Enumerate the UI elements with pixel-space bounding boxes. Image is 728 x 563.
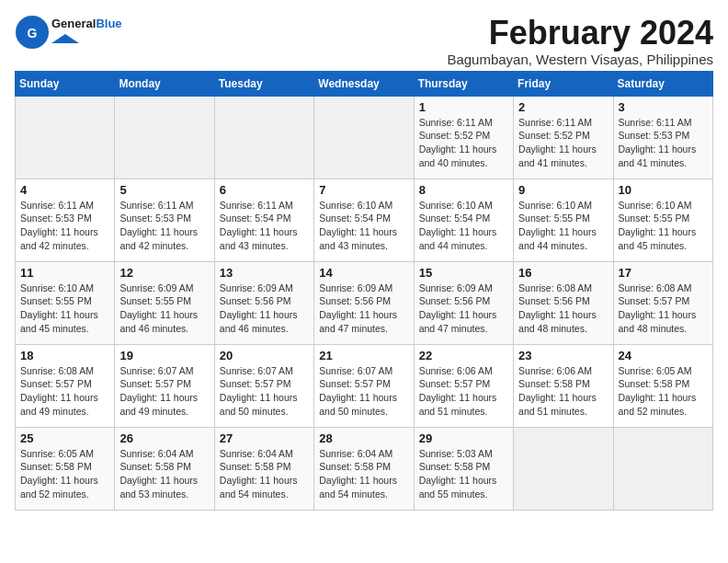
calendar-day-cell: 13Sunrise: 6:09 AMSunset: 5:56 PMDayligh… bbox=[214, 261, 313, 344]
day-info: Sunrise: 6:11 AMSunset: 5:53 PMDaylight:… bbox=[119, 199, 209, 253]
day-info: Sunrise: 6:10 AMSunset: 5:54 PMDaylight:… bbox=[319, 199, 408, 253]
calendar-day-cell: 9Sunrise: 6:10 AMSunset: 5:55 PMDaylight… bbox=[514, 178, 613, 261]
day-info: Sunrise: 6:04 AMSunset: 5:58 PMDaylight:… bbox=[119, 447, 209, 501]
calendar-day-cell bbox=[514, 427, 613, 510]
day-info: Sunrise: 6:04 AMSunset: 5:58 PMDaylight:… bbox=[220, 447, 309, 501]
calendar-day-cell: 24Sunrise: 6:05 AMSunset: 5:58 PMDayligh… bbox=[613, 344, 712, 427]
day-info: Sunrise: 6:05 AMSunset: 5:58 PMDaylight:… bbox=[619, 364, 708, 419]
calendar-day-cell: 25Sunrise: 6:05 AMSunset: 5:58 PMDayligh… bbox=[16, 427, 115, 510]
day-info: Sunrise: 6:09 AMSunset: 5:55 PMDaylight:… bbox=[119, 282, 209, 336]
day-number: 28 bbox=[319, 431, 408, 445]
calendar-day-cell: 17Sunrise: 6:08 AMSunset: 5:57 PMDayligh… bbox=[613, 261, 712, 344]
weekday-header: Monday bbox=[115, 71, 214, 96]
calendar-day-cell: 28Sunrise: 6:04 AMSunset: 5:58 PMDayligh… bbox=[314, 427, 414, 510]
location-title: Bagumbayan, Western Visayas, Philippines bbox=[447, 52, 713, 67]
day-number: 10 bbox=[619, 183, 708, 197]
calendar-day-cell: 10Sunrise: 6:10 AMSunset: 5:55 PMDayligh… bbox=[613, 178, 712, 261]
day-info: Sunrise: 6:07 AMSunset: 5:57 PMDaylight:… bbox=[319, 364, 408, 419]
svg-text:G: G bbox=[28, 26, 38, 40]
day-info: Sunrise: 6:09 AMSunset: 5:56 PMDaylight:… bbox=[220, 282, 309, 336]
calendar-day-cell bbox=[613, 427, 712, 510]
day-number: 15 bbox=[419, 266, 508, 280]
calendar-day-cell: 27Sunrise: 6:04 AMSunset: 5:58 PMDayligh… bbox=[214, 427, 313, 510]
calendar-week-row: 18Sunrise: 6:08 AMSunset: 5:57 PMDayligh… bbox=[16, 344, 713, 427]
day-number: 27 bbox=[220, 431, 309, 445]
calendar-day-cell: 2Sunrise: 6:11 AMSunset: 5:52 PMDaylight… bbox=[514, 96, 613, 178]
day-number: 11 bbox=[20, 266, 109, 280]
calendar-day-cell bbox=[214, 96, 313, 178]
weekday-header: Thursday bbox=[414, 71, 513, 96]
calendar-day-cell bbox=[115, 96, 214, 178]
logo-general: General bbox=[51, 17, 96, 30]
day-number: 19 bbox=[119, 349, 209, 362]
weekday-header: Sunday bbox=[16, 71, 115, 96]
day-info: Sunrise: 6:10 AMSunset: 5:55 PMDaylight:… bbox=[518, 199, 608, 253]
calendar-day-cell: 1Sunrise: 6:11 AMSunset: 5:52 PMDaylight… bbox=[414, 96, 513, 178]
day-info: Sunrise: 6:11 AMSunset: 5:54 PMDaylight:… bbox=[220, 199, 309, 253]
day-number: 6 bbox=[220, 183, 309, 197]
calendar-table: SundayMondayTuesdayWednesdayThursdayFrid… bbox=[15, 71, 713, 511]
day-info: Sunrise: 6:07 AMSunset: 5:57 PMDaylight:… bbox=[220, 364, 309, 419]
day-number: 20 bbox=[220, 349, 309, 362]
calendar-day-cell: 18Sunrise: 6:08 AMSunset: 5:57 PMDayligh… bbox=[16, 344, 115, 427]
calendar-day-cell bbox=[16, 96, 115, 178]
month-title: February 2024 bbox=[447, 15, 713, 52]
day-info: Sunrise: 6:06 AMSunset: 5:58 PMDaylight:… bbox=[518, 364, 608, 419]
day-number: 7 bbox=[319, 183, 408, 197]
weekday-header: Tuesday bbox=[214, 71, 313, 96]
day-info: Sunrise: 6:09 AMSunset: 5:56 PMDaylight:… bbox=[319, 282, 408, 336]
day-info: Sunrise: 6:07 AMSunset: 5:57 PMDaylight:… bbox=[119, 364, 209, 419]
day-number: 3 bbox=[619, 100, 708, 114]
day-number: 17 bbox=[619, 266, 708, 280]
day-info: Sunrise: 6:10 AMSunset: 5:55 PMDaylight:… bbox=[619, 199, 708, 253]
logo-arrow-icon bbox=[51, 34, 79, 43]
day-number: 22 bbox=[419, 349, 508, 362]
day-info: Sunrise: 5:03 AMSunset: 5:58 PMDaylight:… bbox=[419, 447, 508, 501]
calendar-day-cell bbox=[314, 96, 414, 178]
day-info: Sunrise: 6:11 AMSunset: 5:53 PMDaylight:… bbox=[619, 116, 708, 170]
calendar-day-cell: 8Sunrise: 6:10 AMSunset: 5:54 PMDaylight… bbox=[414, 178, 513, 261]
day-number: 25 bbox=[20, 431, 109, 445]
day-number: 4 bbox=[20, 183, 109, 197]
calendar-day-cell: 21Sunrise: 6:07 AMSunset: 5:57 PMDayligh… bbox=[314, 344, 414, 427]
calendar-week-row: 4Sunrise: 6:11 AMSunset: 5:53 PMDaylight… bbox=[16, 178, 713, 261]
day-info: Sunrise: 6:10 AMSunset: 5:55 PMDaylight:… bbox=[20, 282, 109, 336]
calendar-day-cell: 6Sunrise: 6:11 AMSunset: 5:54 PMDaylight… bbox=[214, 178, 313, 261]
day-info: Sunrise: 6:11 AMSunset: 5:52 PMDaylight:… bbox=[419, 116, 508, 170]
day-number: 5 bbox=[119, 183, 209, 197]
day-info: Sunrise: 6:04 AMSunset: 5:58 PMDaylight:… bbox=[319, 447, 408, 501]
day-number: 21 bbox=[319, 349, 408, 362]
day-number: 26 bbox=[119, 431, 209, 445]
calendar-body: 1Sunrise: 6:11 AMSunset: 5:52 PMDaylight… bbox=[16, 96, 713, 510]
day-number: 23 bbox=[518, 349, 608, 362]
day-number: 1 bbox=[419, 100, 508, 114]
calendar-day-cell: 11Sunrise: 6:10 AMSunset: 5:55 PMDayligh… bbox=[16, 261, 115, 344]
calendar-day-cell: 26Sunrise: 6:04 AMSunset: 5:58 PMDayligh… bbox=[115, 427, 214, 510]
day-number: 9 bbox=[518, 183, 608, 197]
weekday-header: Wednesday bbox=[314, 71, 414, 96]
day-info: Sunrise: 6:08 AMSunset: 5:56 PMDaylight:… bbox=[518, 282, 608, 336]
day-number: 8 bbox=[419, 183, 508, 197]
calendar-day-cell: 12Sunrise: 6:09 AMSunset: 5:55 PMDayligh… bbox=[115, 261, 214, 344]
day-info: Sunrise: 6:05 AMSunset: 5:58 PMDaylight:… bbox=[20, 447, 109, 501]
day-number: 18 bbox=[20, 349, 109, 362]
day-number: 16 bbox=[518, 266, 608, 280]
calendar-day-cell: 19Sunrise: 6:07 AMSunset: 5:57 PMDayligh… bbox=[115, 344, 214, 427]
day-info: Sunrise: 6:11 AMSunset: 5:52 PMDaylight:… bbox=[518, 116, 608, 170]
day-info: Sunrise: 6:10 AMSunset: 5:54 PMDaylight:… bbox=[419, 199, 508, 253]
logo: G GeneralBlue bbox=[15, 15, 122, 50]
calendar-header: SundayMondayTuesdayWednesdayThursdayFrid… bbox=[16, 71, 713, 96]
calendar-day-cell: 7Sunrise: 6:10 AMSunset: 5:54 PMDaylight… bbox=[314, 178, 414, 261]
calendar-day-cell: 14Sunrise: 6:09 AMSunset: 5:56 PMDayligh… bbox=[314, 261, 414, 344]
day-info: Sunrise: 6:11 AMSunset: 5:53 PMDaylight:… bbox=[20, 199, 109, 253]
day-number: 12 bbox=[119, 266, 209, 280]
logo-blue: Blue bbox=[96, 17, 121, 30]
day-number: 29 bbox=[419, 431, 508, 445]
svg-marker-2 bbox=[51, 34, 79, 43]
day-info: Sunrise: 6:09 AMSunset: 5:56 PMDaylight:… bbox=[419, 282, 508, 336]
calendar-day-cell: 4Sunrise: 6:11 AMSunset: 5:53 PMDaylight… bbox=[16, 178, 115, 261]
calendar-day-cell: 20Sunrise: 6:07 AMSunset: 5:57 PMDayligh… bbox=[214, 344, 313, 427]
day-info: Sunrise: 6:08 AMSunset: 5:57 PMDaylight:… bbox=[619, 282, 708, 336]
calendar-day-cell: 3Sunrise: 6:11 AMSunset: 5:53 PMDaylight… bbox=[613, 96, 712, 178]
calendar-day-cell: 5Sunrise: 6:11 AMSunset: 5:53 PMDaylight… bbox=[115, 178, 214, 261]
